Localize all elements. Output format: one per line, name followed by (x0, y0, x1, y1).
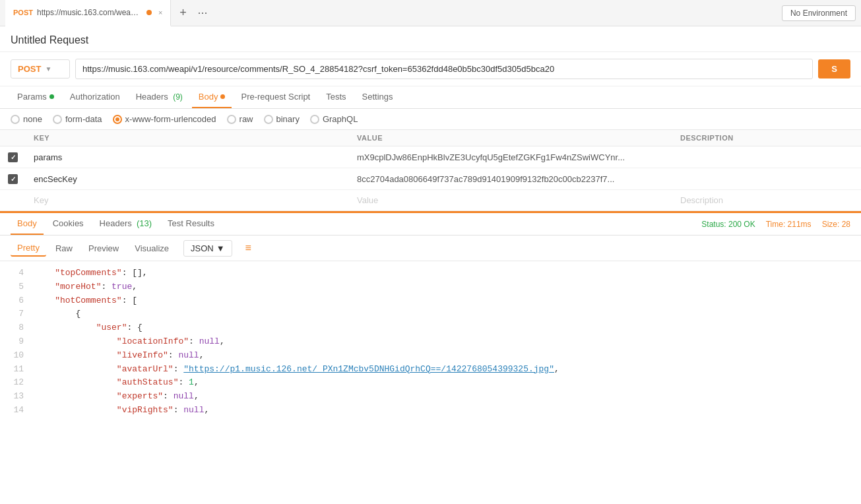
size-label: Size: (822, 220, 842, 229)
body-type-binary[interactable]: binary (264, 114, 300, 124)
status-value: 200 OK (728, 220, 755, 229)
url-bar: POST ▼ S (0, 52, 861, 86)
line-number: 4 (11, 267, 34, 280)
resp-tab-cookies-label: Cookies (53, 218, 84, 228)
tab-body-label: Body (199, 92, 218, 102)
body-type-none[interactable]: none (11, 114, 42, 124)
request-title: Untitled Request (0, 26, 861, 52)
tab-tests[interactable]: Tests (319, 86, 352, 108)
json-line-11: 11 "avatarUrl": "https://p1.music.126.ne… (11, 363, 850, 377)
radio-none (11, 115, 20, 124)
tab-headers[interactable]: Headers (9) (129, 86, 189, 108)
format-raw[interactable]: Raw (49, 241, 79, 256)
tab-bar: POST https://music.163.com/weapi/... × +… (0, 0, 861, 26)
body-type-row: none form-data x-www-form-urlencoded raw… (0, 109, 861, 130)
environment-selector[interactable]: No Environment (782, 5, 856, 21)
json-line-5: 5 "moreHot": true, (11, 280, 850, 294)
tab-authorization[interactable]: Authorization (63, 86, 127, 108)
empty-desc: Description (680, 195, 723, 205)
radio-graphql (310, 115, 319, 124)
response-tabs: Body Cookies Headers (13) Test Results S… (0, 213, 861, 236)
line-number: 5 (11, 280, 34, 294)
body-type-raw[interactable]: raw (227, 114, 253, 124)
tab-method-badge: POST (13, 9, 33, 16)
line-number: 14 (11, 404, 34, 418)
resp-tab-testresults-label: Test Results (168, 218, 214, 228)
resp-tab-cookies[interactable]: Cookies (46, 213, 90, 235)
body-type-formdata[interactable]: form-data (53, 114, 102, 124)
response-section: Body Cookies Headers (13) Test Results S… (0, 211, 861, 423)
resp-tab-body-label: Body (17, 218, 37, 228)
wrap-button[interactable]: ≡ (240, 239, 257, 257)
body-type-graphql-label: GraphQL (323, 114, 358, 124)
status-time: Time: 211ms (766, 220, 812, 229)
resp-tab-headers[interactable]: Headers (13) (93, 213, 159, 235)
line-number: 9 (11, 335, 34, 349)
json-line-10: 10 "liveInfo": null, (11, 349, 850, 363)
tab-prerequest[interactable]: Pre-request Script (234, 86, 317, 108)
body-type-urlencoded[interactable]: x-www-form-urlencoded (113, 114, 216, 124)
line-number: 7 (11, 307, 34, 321)
radio-binary (264, 115, 273, 124)
col-key: KEY (26, 130, 349, 146)
row1-checkbox[interactable] (8, 152, 18, 162)
send-button[interactable]: S (818, 59, 850, 79)
tab-url-text: https://music.163.com/weapi/... (37, 8, 143, 17)
tab-prerequest-label: Pre-request Script (241, 92, 310, 102)
empty-key: Key (34, 195, 48, 205)
tab-close-icon[interactable]: × (158, 9, 162, 16)
col-checkbox (0, 130, 26, 146)
format-pretty[interactable]: Pretty (11, 240, 46, 257)
tab-authorization-label: Authorization (70, 92, 120, 102)
json-line-7: 7 { (11, 307, 850, 321)
resp-tab-headers-label: Headers (100, 218, 132, 228)
table-row: encSecKey 8cc2704ada0806649f737ac789d914… (0, 168, 861, 190)
tab-body[interactable]: Body (192, 86, 232, 108)
more-tabs-button[interactable]: ··· (192, 6, 212, 20)
radio-urlencoded (113, 115, 122, 124)
format-type-chevron: ▼ (216, 243, 225, 253)
body-type-urlencoded-label: x-www-form-urlencoded (125, 114, 216, 124)
body-type-none-label: none (23, 114, 42, 124)
tab-modified-dot (146, 10, 152, 15)
body-type-raw-label: raw (239, 114, 253, 124)
format-preview[interactable]: Preview (82, 241, 125, 256)
status-bar: Status: 200 OK Time: 211ms Size: 28 (701, 220, 850, 229)
resp-tab-body[interactable]: Body (11, 213, 44, 235)
method-label: POST (18, 64, 41, 74)
json-output: 4 "topComments": [], 5 "moreHot": true, … (0, 261, 861, 423)
table-row-empty: Key Value Description (0, 190, 861, 211)
body-dot (220, 94, 225, 99)
tab-settings[interactable]: Settings (356, 86, 400, 108)
new-tab-button[interactable]: + (174, 4, 192, 22)
row2-checkbox[interactable] (8, 174, 18, 184)
url-input[interactable] (75, 59, 813, 79)
params-dot (49, 94, 54, 99)
tab-settings-label: Settings (362, 92, 393, 102)
row1-key: params (34, 152, 62, 162)
row1-value: mX9cplDJw86EnpHkBlvZE3UcyfqU5gEtefZGKFg1… (357, 152, 625, 162)
format-visualize[interactable]: Visualize (128, 241, 175, 256)
body-type-binary-label: binary (276, 114, 300, 124)
line-number: 11 (11, 363, 34, 377)
status-ok: Status: 200 OK (701, 220, 755, 229)
col-value: VALUE (349, 130, 672, 146)
body-type-graphql[interactable]: GraphQL (310, 114, 358, 124)
method-select[interactable]: POST ▼ (11, 59, 70, 79)
tab-headers-label: Headers (136, 92, 168, 102)
headers-badge: (9) (171, 92, 183, 102)
json-line-4: 4 "topComments": [], (11, 267, 850, 280)
json-line-8: 8 "user": { (11, 321, 850, 335)
json-line-12: 12 "authStatus": 1, (11, 376, 850, 390)
tab-params[interactable]: Params (11, 86, 61, 108)
table-row: params mX9cplDJw86EnpHkBlvZE3UcyfqU5gEte… (0, 146, 861, 168)
format-type-select[interactable]: JSON ▼ (183, 240, 232, 257)
json-line-6: 6 "hotComments": [ (11, 294, 850, 308)
resp-headers-badge: (13) (134, 218, 152, 228)
resp-tab-testresults[interactable]: Test Results (161, 213, 221, 235)
request-tab[interactable]: POST https://music.163.com/weapi/... × (5, 0, 171, 26)
line-number: 8 (11, 321, 34, 335)
format-type-label: JSON (191, 243, 214, 253)
row2-value: 8cc2704ada0806649f737ac789d91401909f9132… (357, 174, 614, 184)
status-size: Size: 28 (822, 220, 850, 229)
